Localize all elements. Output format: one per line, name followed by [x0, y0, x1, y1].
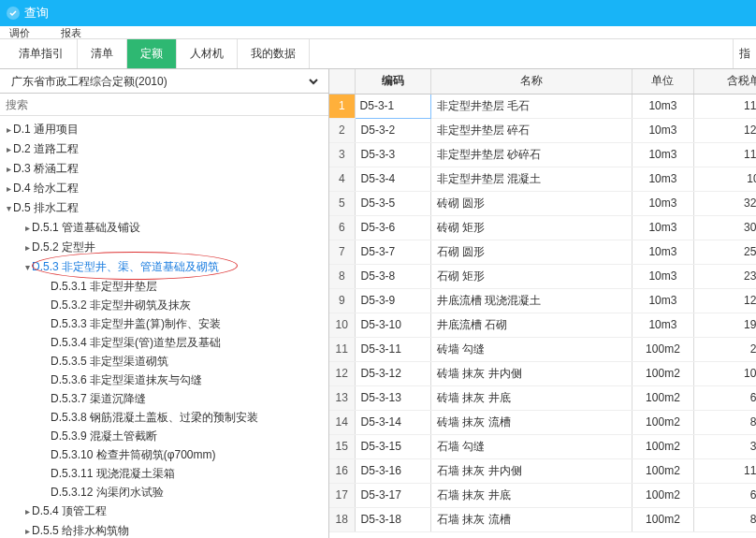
cell-name[interactable]: 井底流槽 石砌 [430, 313, 632, 337]
cell-code[interactable]: D5-3-12 [355, 361, 430, 385]
table-row[interactable]: 6D5-3-6砖砌 矩形10m33061. [329, 215, 756, 240]
cell-unit[interactable]: 10m3 [632, 191, 694, 215]
tree-node[interactable]: D.5.3.10 检查井筒砌筑(φ700mm) [4, 445, 328, 464]
tab-my-data[interactable]: 我的数据 [238, 39, 310, 68]
caret-right-icon[interactable]: ▸ [22, 502, 32, 521]
cell-unit[interactable]: 100m2 [632, 385, 694, 410]
table-row[interactable]: 12D5-3-12砖墙 抹灰 井内侧100m21015. [329, 361, 756, 385]
cell-unit[interactable]: 10m3 [632, 288, 694, 313]
right-tool-button[interactable]: 指 [733, 39, 756, 68]
tree-node-label[interactable]: D.5.3.9 混凝土管截断 [51, 429, 157, 443]
table-row[interactable]: 11D5-3-11砖墙 勾缝100m2298. [329, 337, 756, 361]
caret-right-icon[interactable]: ▸ [22, 219, 32, 238]
cell-price[interactable]: 3202. [694, 191, 756, 215]
cell-code[interactable]: D5-3-18 [355, 507, 430, 531]
cell-price[interactable]: 2510. [694, 240, 756, 264]
caret-right-icon[interactable]: ▸ [4, 140, 13, 159]
cell-code[interactable]: D5-3-11 [355, 337, 430, 361]
cell-price[interactable]: 1104. [694, 142, 756, 167]
table-row[interactable]: 8D5-3-8石砌 矩形10m32392. [329, 264, 756, 288]
cell-name[interactable]: 石墙 抹灰 井内侧 [430, 458, 632, 483]
tree-node-label[interactable]: D.2 道路工程 [13, 142, 79, 155]
cell-price[interactable]: 1015. [694, 361, 756, 385]
cell-code[interactable]: D5-3-13 [355, 385, 430, 410]
cell-unit[interactable]: 10m3 [632, 94, 694, 118]
col-price[interactable]: 含税单价 [694, 69, 756, 94]
cell-name[interactable]: 砖墙 抹灰 流槽 [430, 410, 632, 434]
tree-node-label[interactable]: D.5.3.5 非定型渠道砌筑 [51, 355, 168, 368]
cell-price[interactable]: 1274. [694, 288, 756, 313]
tree-node[interactable]: D.5.3.6 非定型渠道抹灰与勾缝 [4, 371, 328, 389]
tree-node[interactable]: ▸D.3 桥涵工程 [4, 159, 328, 179]
cell-price[interactable]: 1233. [694, 118, 756, 142]
tree-node-label[interactable]: D.5.3.3 非定型井盖(算)制作、安装 [51, 317, 221, 330]
tree-node[interactable]: D.5.3.3 非定型井盖(算)制作、安装 [4, 314, 328, 333]
tree-node-label[interactable]: D.1 通用项目 [13, 123, 79, 136]
cell-name[interactable]: 非定型井垫层 砂碎石 [430, 142, 632, 167]
row-number[interactable]: 14 [329, 410, 355, 434]
cell-unit[interactable]: 10m3 [632, 118, 694, 142]
cell-code[interactable]: D5-3-4 [355, 167, 430, 191]
row-number[interactable]: 3 [329, 142, 355, 167]
cell-price[interactable]: 307. [694, 434, 756, 458]
tree-node-label[interactable]: D.5.1 管道基础及铺设 [32, 221, 140, 234]
cell-name[interactable]: 石墙 抹灰 流槽 [430, 507, 632, 531]
caret-down-icon[interactable]: ▾ [4, 199, 13, 218]
cell-code[interactable]: D5-3-15 [355, 434, 430, 458]
table-row[interactable]: 10D5-3-10井底流槽 石砌10m31972. [329, 313, 756, 337]
tree-node-label[interactable]: D.5.4 顶管工程 [32, 504, 107, 517]
table-row[interactable]: 15D5-3-15石墙 勾缝100m2307. [329, 434, 756, 458]
cell-price[interactable]: 1114. [694, 458, 756, 483]
row-number[interactable]: 8 [329, 264, 355, 288]
tree-node-label[interactable]: D.5.3.10 检查井筒砌筑(φ700mm) [51, 448, 215, 461]
cell-name[interactable]: 石砌 矩形 [430, 264, 632, 288]
col-unit[interactable]: 单位 [632, 69, 694, 94]
cell-code[interactable]: D5-3-3 [355, 142, 430, 167]
tree-node-label[interactable]: D.5.3.7 渠道沉降缝 [51, 392, 146, 405]
caret-right-icon[interactable]: ▸ [4, 121, 13, 139]
cell-price[interactable]: 857. [694, 507, 756, 531]
table-row[interactable]: 3D5-3-3非定型井垫层 砂碎石10m31104. [329, 142, 756, 167]
cell-unit[interactable]: 10m3 [632, 313, 694, 337]
tree-node-label[interactable]: D.5.3.2 非定型井砌筑及抹灰 [51, 298, 191, 312]
row-number[interactable]: 18 [329, 507, 355, 531]
cell-price[interactable]: 298. [694, 337, 756, 361]
row-number[interactable]: 16 [329, 458, 355, 483]
table-row[interactable]: 14D5-3-14砖墙 抹灰 流槽100m2859. [329, 410, 756, 434]
tab-list[interactable]: 清单 [78, 39, 127, 68]
tree-node[interactable]: ▸D.5.5 给排水构筑物 [4, 521, 328, 538]
cell-price[interactable]: 3061. [694, 215, 756, 240]
cell-code[interactable]: D5-3-6 [355, 215, 430, 240]
tree-node-label[interactable]: D.5.3 非定型井、渠、管道基础及砌筑 [32, 260, 219, 273]
tree-node[interactable]: D.5.3.4 非定型渠(管)道垫层及基础 [4, 333, 328, 352]
row-number[interactable]: 12 [329, 361, 355, 385]
cell-name[interactable]: 砖墙 勾缝 [430, 337, 632, 361]
row-number[interactable]: 4 [329, 167, 355, 191]
caret-right-icon[interactable]: ▸ [22, 239, 32, 257]
tab-list-guide[interactable]: 清单指引 [6, 39, 78, 68]
tree-node-label[interactable]: D.5.3.12 沟渠闭水试验 [51, 486, 164, 499]
col-rownum[interactable] [329, 69, 355, 94]
row-number[interactable]: 10 [329, 313, 355, 337]
row-number[interactable]: 6 [329, 215, 355, 240]
cell-price[interactable]: 859. [694, 410, 756, 434]
tree-node[interactable]: ▾D.5 排水工程 [4, 198, 328, 218]
cell-price[interactable]: 2392. [694, 264, 756, 288]
cell-name[interactable]: 石墙 抹灰 井底 [430, 483, 632, 507]
table-row[interactable]: 7D5-3-7石砌 圆形10m32510. [329, 240, 756, 264]
cell-code[interactable]: D5-3-5 [355, 191, 430, 215]
cell-unit[interactable]: 10m3 [632, 215, 694, 240]
cell-unit[interactable]: 100m2 [632, 361, 694, 385]
cell-unit[interactable]: 10m3 [632, 167, 694, 191]
cell-code[interactable]: D5-3-1 [355, 94, 430, 118]
data-table[interactable]: 编码 名称 单位 含税单价 1D5-3-1非定型井垫层 毛石10m31148.2… [329, 69, 756, 532]
cell-code[interactable]: D5-3-14 [355, 410, 430, 434]
tree-node[interactable]: D.5.3.11 现浇混凝土渠箱 [4, 464, 328, 483]
tree-node-label[interactable]: D.5.2 定型井 [32, 240, 95, 254]
cell-price[interactable]: 1148. [694, 94, 756, 118]
row-number[interactable]: 11 [329, 337, 355, 361]
tree-node-label[interactable]: D.5.3.4 非定型渠(管)道垫层及基础 [51, 336, 221, 349]
cell-unit[interactable]: 100m2 [632, 410, 694, 434]
tree-node[interactable]: D.5.3.7 渠道沉降缝 [4, 389, 328, 408]
ribbon-label-1[interactable]: 调价 [9, 27, 30, 38]
